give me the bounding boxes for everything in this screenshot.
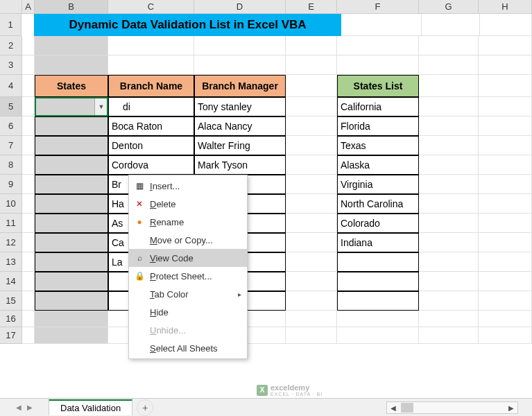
menu-view-code[interactable]: ⌕View Code [129,249,247,267]
menu-select-all-sheets[interactable]: Select All Sheets [129,339,247,357]
table-cell[interactable]: Mark Tyson [194,155,286,175]
row-header-10[interactable]: 10 [0,194,22,214]
header-states[interactable]: States [35,75,108,97]
table-cell[interactable]: Alaska [337,155,419,175]
col-header-g[interactable]: G [419,0,479,13]
row-header-5[interactable]: 5 [0,97,22,116]
table-cell[interactable]: North Carolina [337,194,419,214]
delete-icon: ✕ [133,198,146,210]
menu-delete[interactable]: ✕Delete [129,195,247,213]
watermark-text: exceldemy [271,383,323,392]
header-states-list[interactable]: States List [337,75,419,97]
lock-icon: 🔒 [133,270,146,282]
chevron-right-icon: ▸ [238,291,241,298]
table-cell[interactable] [35,233,108,252]
menu-unhide: Unhide... [129,321,247,339]
table-cell[interactable]: Alaca Nancy [194,116,286,136]
row-header-9[interactable]: 9 [0,175,22,194]
row-header-17[interactable]: 17 [0,327,22,344]
col-header-d[interactable]: D [194,0,286,13]
table-cell[interactable]: Virginia [337,175,419,194]
add-sheet-button[interactable]: + [137,399,153,416]
row-header-8[interactable]: 8 [0,155,22,175]
horizontal-scrollbar[interactable]: ◀ ▶ [386,401,518,414]
col-header-b[interactable]: B [35,0,108,13]
table-cell[interactable] [337,272,419,291]
watermark-tagline: EXCEL · DATA · BI [271,392,323,397]
code-icon: ⌕ [133,252,146,264]
row-header-2[interactable]: 2 [0,36,22,55]
column-headers: A B C D E F G H [0,0,532,14]
table-cell[interactable]: Cordova [108,155,194,175]
context-menu: ▦Insert... ✕Delete ●Rename Move or Copy.… [128,175,248,359]
table-cell[interactable] [35,252,108,272]
table-cell[interactable]: Tony stanley [194,97,286,116]
table-cell[interactable] [337,291,419,311]
table-cell[interactable]: Florida [337,116,419,136]
table-cell[interactable] [35,291,108,311]
header-branch-manager[interactable]: Branch Manager [194,75,286,97]
row-header-14[interactable]: 14 [0,272,22,291]
col-header-e[interactable]: E [286,0,337,13]
table-cell[interactable] [337,252,419,272]
table-cell[interactable] [35,136,108,155]
scroll-left-icon[interactable]: ◀ [387,404,400,412]
menu-tab-color[interactable]: Tab Color▸ [129,285,247,303]
menu-insert[interactable]: ▦Insert... [129,177,247,195]
row-header-6[interactable]: 6 [0,116,22,136]
table-cell[interactable]: California [337,97,419,116]
table-cell[interactable] [35,155,108,175]
col-header-h[interactable]: H [479,0,532,13]
menu-hide[interactable]: Hide [129,303,247,321]
sheet-tabs-bar: ◀▶ Data Validation + ◀ ▶ [0,398,532,416]
watermark-logo-icon: X [257,385,268,396]
dropdown-arrow-icon[interactable]: ▼ [94,98,108,116]
table-cell[interactable] [35,175,108,194]
title-banner: Dynamic Data Validation List in Excel VB… [34,14,341,36]
tab-nav[interactable]: ◀▶ [0,404,49,411]
sheet-tab-active[interactable]: Data Validation [49,399,132,415]
col-header-f[interactable]: F [337,0,419,13]
row-header-3[interactable]: 3 [0,55,22,75]
table-cell[interactable]: Walter Fring [194,136,286,155]
row-header-11[interactable]: 11 [0,214,22,233]
row-header-4[interactable]: 4 [0,75,22,97]
table-cell[interactable] [35,272,108,291]
table-cell[interactable]: Indiana [337,233,419,252]
col-header-c[interactable]: C [108,0,194,13]
header-branch-name[interactable]: Branch Name [108,75,194,97]
row-header-15[interactable]: 15 [0,291,22,311]
table-cell[interactable] [35,116,108,136]
row-header-12[interactable]: 12 [0,233,22,252]
scroll-right-icon[interactable]: ▶ [505,404,517,412]
scroll-thumb[interactable] [401,403,413,413]
nav-prev-icon[interactable]: ◀ [16,404,22,411]
row-header-1[interactable]: 1 [0,14,22,36]
select-all-corner[interactable] [0,0,22,13]
menu-move-copy[interactable]: Move or Copy... [129,231,247,249]
insert-icon: ▦ [133,180,146,192]
table-cell[interactable] [35,194,108,214]
col-header-a[interactable]: A [22,0,35,13]
rename-icon: ● [133,216,146,228]
table-cell[interactable]: Denton [108,136,194,155]
spreadsheet-grid: 1 Dynamic Data Validation List in Excel … [0,14,532,344]
table-cell[interactable]: Boca Raton [108,116,194,136]
menu-rename[interactable]: ●Rename [129,213,247,231]
table-cell[interactable]: di [108,97,194,116]
row-header-16[interactable]: 16 [0,311,22,327]
watermark: X exceldemy EXCEL · DATA · BI [257,383,323,397]
row-header-13[interactable]: 13 [0,252,22,272]
table-cell[interactable]: Texas [337,136,419,155]
selected-cell-b5[interactable]: ▼ [35,97,108,116]
row-header-7[interactable]: 7 [0,136,22,155]
table-cell[interactable] [35,214,108,233]
table-cell[interactable]: Colorado [337,214,419,233]
menu-protect-sheet[interactable]: 🔒Protect Sheet... [129,267,247,285]
nav-next-icon[interactable]: ▶ [27,404,33,411]
